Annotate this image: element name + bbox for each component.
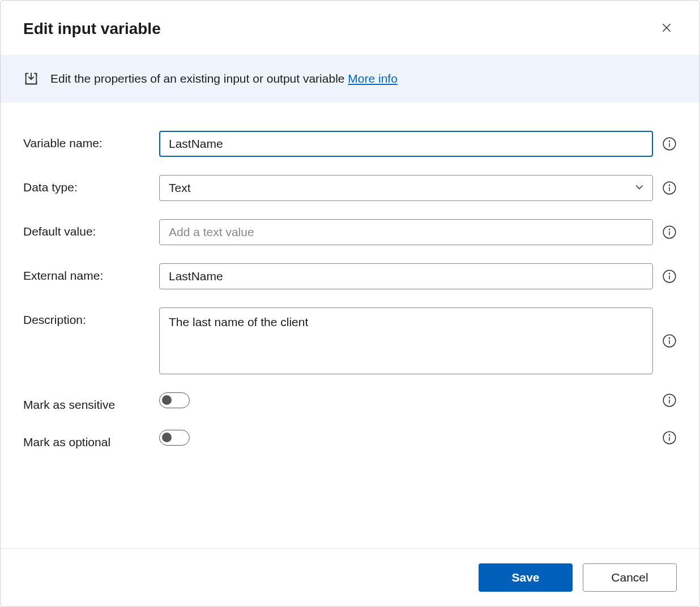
toggle-knob [162, 433, 172, 442]
mark-optional-label: Mark as optional [23, 430, 148, 449]
close-icon [661, 21, 672, 37]
info-icon[interactable] [662, 393, 677, 408]
description-textarea[interactable]: The last name of the client [159, 307, 653, 374]
external-name-input[interactable] [159, 263, 653, 289]
info-icon[interactable] [662, 136, 677, 151]
default-value-input[interactable] [159, 219, 653, 245]
data-type-select[interactable] [159, 175, 653, 201]
svg-point-8 [669, 185, 669, 186]
banner-text: Edit the properties of an existing input… [50, 72, 398, 86]
data-type-label: Data type: [23, 175, 148, 194]
info-icon[interactable] [662, 334, 677, 348]
variable-name-label: Variable name: [23, 131, 148, 150]
form-body: Variable name: Data type: [1, 102, 699, 548]
external-name-label: External name: [23, 263, 148, 283]
svg-point-17 [669, 338, 669, 339]
info-icon[interactable] [662, 225, 677, 240]
data-type-row: Data type: [23, 175, 677, 201]
svg-point-14 [669, 273, 669, 274]
svg-point-11 [669, 229, 669, 230]
cancel-button[interactable]: Cancel [583, 563, 677, 592]
info-banner: Edit the properties of an existing input… [1, 55, 699, 102]
svg-point-20 [669, 397, 669, 398]
dialog-header: Edit input variable [1, 1, 699, 55]
info-icon[interactable] [662, 430, 677, 445]
variable-name-input[interactable] [159, 131, 653, 157]
edit-input-variable-dialog: Edit input variable Edit the properties [0, 0, 700, 607]
default-value-label: Default value: [23, 219, 148, 238]
close-button[interactable] [656, 16, 677, 41]
info-icon[interactable] [662, 181, 677, 195]
description-row: Description: The last name of the client [23, 307, 677, 374]
dialog-footer: Save Cancel [1, 548, 699, 606]
import-variable-icon [23, 71, 39, 87]
mark-sensitive-toggle[interactable] [159, 392, 190, 408]
mark-sensitive-row: Mark as sensitive [23, 392, 677, 412]
variable-name-row: Variable name: [23, 131, 677, 157]
mark-sensitive-label: Mark as sensitive [23, 392, 148, 412]
toggle-knob [162, 395, 172, 405]
save-button[interactable]: Save [479, 563, 573, 592]
default-value-row: Default value: [23, 219, 677, 245]
banner-message: Edit the properties of an existing input… [50, 72, 348, 85]
info-icon[interactable] [662, 269, 677, 284]
mark-optional-row: Mark as optional [23, 430, 677, 449]
dialog-title: Edit input variable [23, 20, 161, 38]
svg-point-5 [669, 141, 669, 142]
svg-point-23 [669, 435, 669, 435]
external-name-row: External name: [23, 263, 677, 289]
mark-optional-toggle[interactable] [159, 430, 190, 446]
more-info-link[interactable]: More info [348, 72, 398, 85]
description-label: Description: [23, 307, 148, 327]
